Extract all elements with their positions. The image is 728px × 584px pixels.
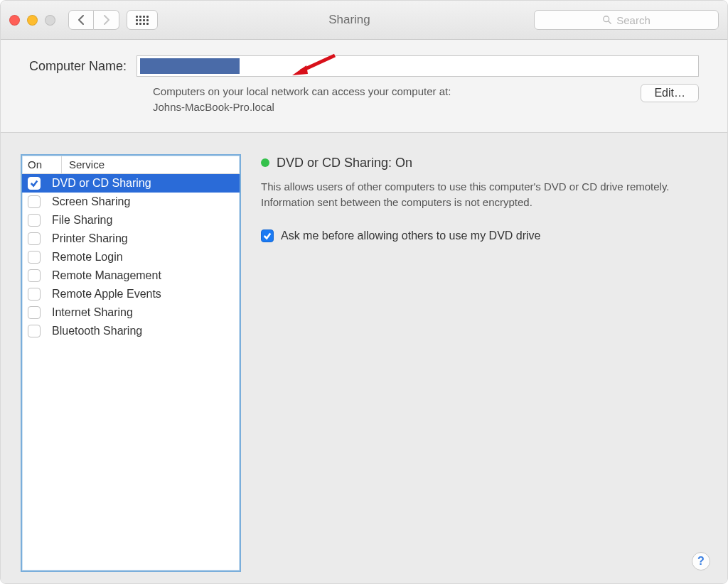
col-header-service[interactable]: Service — [62, 156, 240, 173]
chevron-right-icon — [103, 15, 109, 25]
svg-line-1 — [609, 21, 611, 24]
service-row[interactable]: Internet Sharing — [22, 303, 240, 322]
close-window-button[interactable] — [9, 15, 20, 26]
service-list-body: DVD or CD SharingScreen SharingFile Shar… — [22, 174, 240, 571]
ask-before-checkbox[interactable] — [261, 229, 274, 242]
show-all-prefs-button[interactable] — [127, 10, 158, 30]
service-row[interactable]: Remote Management — [22, 266, 240, 285]
service-label: Remote Login — [52, 251, 234, 264]
grid-icon — [136, 16, 149, 25]
toolbar: Sharing Search — [1, 1, 727, 40]
computer-name-input[interactable] — [136, 55, 699, 77]
service-detail: DVD or CD Sharing: On This allows users … — [261, 154, 707, 573]
forward-button — [94, 10, 119, 30]
service-description: This allows users of other computers to … — [261, 179, 687, 211]
service-checkbox[interactable] — [28, 195, 41, 208]
col-header-on[interactable]: On — [22, 156, 62, 173]
help-button[interactable]: ? — [692, 552, 710, 571]
computer-name-helptext: Computers on your local network can acce… — [153, 84, 626, 115]
service-row[interactable]: DVD or CD Sharing — [22, 174, 240, 193]
search-field[interactable]: Search — [534, 10, 719, 30]
service-list-header: On Service — [22, 156, 240, 174]
computer-name-label: Computer Name: — [29, 59, 127, 74]
computer-name-section: Computer Name: Computers on your local n… — [1, 40, 727, 133]
selected-text-block — [140, 58, 240, 74]
traffic-lights — [9, 15, 55, 26]
sharing-prefs-window: Sharing Search Computer Name: Computers … — [0, 0, 728, 584]
service-list: On Service DVD or CD SharingScreen Shari… — [21, 154, 241, 573]
checkmark-icon — [30, 179, 38, 188]
chevron-left-icon — [78, 15, 85, 25]
checkmark-icon — [263, 232, 272, 240]
service-checkbox[interactable] — [28, 177, 41, 190]
ask-before-label: Ask me before allowing others to use my … — [281, 229, 540, 242]
service-row[interactable]: Bluetooth Sharing — [22, 322, 240, 340]
status-title: DVD or CD Sharing: — [277, 156, 392, 171]
service-row[interactable]: File Sharing — [22, 211, 240, 229]
minimize-window-button[interactable] — [27, 15, 38, 26]
edit-name-button[interactable]: Edit… — [641, 84, 699, 102]
service-row[interactable]: Remote Login — [22, 248, 240, 266]
window-title: Sharing — [165, 13, 534, 27]
service-label: File Sharing — [52, 214, 234, 227]
service-checkbox[interactable] — [28, 325, 41, 337]
service-label: DVD or CD Sharing — [52, 177, 234, 190]
service-label: Remote Apple Events — [52, 288, 234, 301]
status-dot-icon — [261, 158, 269, 167]
ask-before-option[interactable]: Ask me before allowing others to use my … — [261, 229, 707, 242]
service-label: Internet Sharing — [52, 306, 234, 319]
service-status: DVD or CD Sharing: On — [261, 156, 707, 171]
search-icon — [602, 15, 612, 25]
main-area: On Service DVD or CD SharingScreen Shari… — [1, 133, 727, 584]
service-checkbox[interactable] — [28, 232, 41, 245]
service-row[interactable]: Screen Sharing — [22, 193, 240, 211]
zoom-window-button — [45, 15, 55, 26]
service-row[interactable]: Remote Apple Events — [22, 285, 240, 303]
service-label: Printer Sharing — [52, 232, 234, 245]
nav-buttons — [68, 10, 119, 30]
back-button[interactable] — [68, 10, 94, 30]
service-checkbox[interactable] — [28, 214, 41, 227]
service-label: Screen Sharing — [52, 195, 234, 208]
service-checkbox[interactable] — [28, 251, 41, 264]
service-checkbox[interactable] — [28, 288, 41, 301]
search-placeholder: Search — [616, 14, 651, 26]
service-label: Bluetooth Sharing — [52, 325, 234, 337]
status-state: On — [395, 156, 412, 171]
service-checkbox[interactable] — [28, 269, 41, 282]
service-row[interactable]: Printer Sharing — [22, 229, 240, 248]
service-checkbox[interactable] — [28, 306, 41, 319]
service-label: Remote Management — [52, 269, 234, 282]
